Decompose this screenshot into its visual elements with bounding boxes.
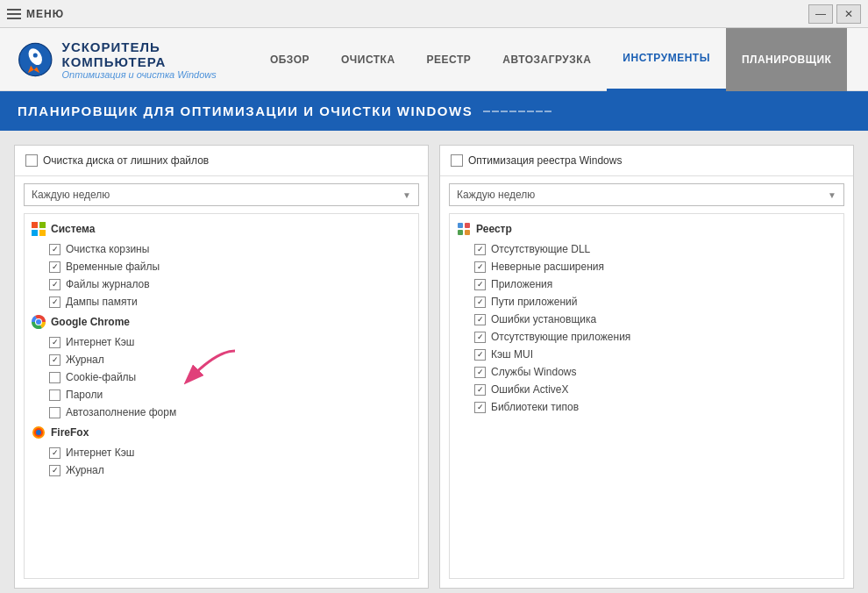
item-label: Библиотеки типов <box>491 401 579 413</box>
left-dropdown-value: Каждую неделю <box>32 189 110 201</box>
left-panel-dropdown[interactable]: Каждую неделю ▼ <box>24 183 419 206</box>
item-checkbox[interactable] <box>49 389 60 401</box>
item-label: Ошибки ActiveX <box>491 383 569 396</box>
svg-rect-15 <box>458 223 463 228</box>
system-group-header: Система <box>25 218 418 240</box>
list-item: Журнал <box>25 351 418 368</box>
nav-registry[interactable]: РЕЕСТР <box>411 28 487 91</box>
item-label: Дампы памяти <box>66 296 138 308</box>
nav-tools[interactable]: ИНСТРУМЕНТЫ <box>607 28 726 91</box>
title-bar-left: МЕНЮ <box>7 8 64 20</box>
item-checkbox[interactable] <box>49 244 60 255</box>
item-checkbox[interactable] <box>474 296 486 308</box>
item-label: Интернет Кэш <box>66 336 134 348</box>
item-checkbox[interactable] <box>474 367 486 378</box>
list-item: Пароли <box>25 386 418 404</box>
item-checkbox[interactable] <box>474 384 486 396</box>
registry-group-label: Реестр <box>476 223 512 235</box>
item-label: Отсутствующие приложения <box>491 331 630 343</box>
item-checkbox[interactable] <box>474 332 486 343</box>
svg-rect-5 <box>32 222 38 228</box>
nav-clean[interactable]: ОЧИСТКА <box>325 28 411 91</box>
chrome-group-header: Google Chrome <box>25 311 418 333</box>
svg-rect-17 <box>458 230 463 235</box>
nav-items: ОБЗОР ОЧИСТКА РЕЕСТР АВТОЗАГРУЗКА ИНСТРУ… <box>254 28 868 91</box>
list-item: Ошибки ActiveX <box>450 381 843 398</box>
firefox-group-label: FireFox <box>51 426 89 439</box>
item-checkbox[interactable] <box>49 372 60 383</box>
nav-scheduler[interactable]: ПЛАНИРОВЩИК <box>726 28 848 91</box>
item-checkbox[interactable] <box>474 349 486 361</box>
item-label: Автозаполнение форм <box>66 406 176 418</box>
windows-icon <box>32 222 46 236</box>
item-label: Приложения <box>491 278 552 290</box>
svg-rect-6 <box>39 222 46 228</box>
item-checkbox[interactable] <box>49 465 60 476</box>
list-item: Отсутствующие DLL <box>450 240 843 258</box>
item-label: Неверные расширения <box>491 261 604 273</box>
right-tree-list[interactable]: Реестр Отсутствующие DLL Неверные расшир… <box>449 213 844 579</box>
nav-autoload[interactable]: АВТОЗАГРУЗКА <box>487 28 607 91</box>
item-label: Интернет Кэш <box>66 447 134 459</box>
list-item: Приложения <box>450 275 843 293</box>
item-checkbox[interactable] <box>474 244 486 255</box>
item-checkbox[interactable] <box>49 337 60 348</box>
hamburger-icon[interactable] <box>7 9 21 19</box>
svg-point-14 <box>36 430 41 435</box>
list-item: Отсутствующие приложения <box>450 328 843 346</box>
item-checkbox[interactable] <box>474 314 486 325</box>
page-title: ПЛАНИРОВЩИК ДЛЯ ОПТИМИЗАЦИИ И ОЧИСТКИ WI… <box>18 104 473 118</box>
item-label: Пароли <box>66 389 103 401</box>
title-bar: МЕНЮ — ✕ <box>0 0 868 28</box>
left-panel-checkbox[interactable] <box>25 154 38 167</box>
item-checkbox[interactable] <box>49 279 60 290</box>
right-dropdown-value: Каждую неделю <box>457 189 535 201</box>
item-label: Кэш MUI <box>491 348 533 361</box>
item-checkbox[interactable] <box>474 261 486 273</box>
list-item: Очистка корзины <box>25 240 418 258</box>
list-item: Неверные расширения <box>450 258 843 275</box>
left-dropdown-arrow: ▼ <box>402 190 411 200</box>
item-checkbox[interactable] <box>474 402 486 413</box>
item-checkbox[interactable] <box>49 261 60 273</box>
item-label: Пути приложений <box>491 296 577 308</box>
item-checkbox[interactable] <box>49 354 60 366</box>
list-item: Интернет Кэш <box>25 333 418 351</box>
nav-overview[interactable]: ОБЗОР <box>254 28 325 91</box>
right-panel-dropdown[interactable]: Каждую неделю ▼ <box>449 183 844 206</box>
right-panel-checkbox[interactable] <box>451 154 463 167</box>
minimize-button[interactable]: — <box>808 4 833 24</box>
page-title-decoration <box>483 111 551 112</box>
item-checkbox[interactable] <box>49 447 60 459</box>
svg-rect-7 <box>32 230 38 236</box>
header: УСКОРИТЕЛЬ КОМПЬЮТЕРА Оптимизация и очис… <box>0 28 868 91</box>
right-panel-title: Оптимизация реестра Windows <box>468 154 622 167</box>
logo-subtitle: Оптимизация и очистка Windows <box>62 69 237 80</box>
item-checkbox[interactable] <box>474 279 486 290</box>
item-label: Временные файлы <box>66 261 160 273</box>
list-item: Пути приложений <box>450 293 843 311</box>
right-dropdown-arrow: ▼ <box>828 190 836 200</box>
list-item: Cookie-файлы <box>25 368 418 386</box>
chrome-group-label: Google Chrome <box>51 316 130 328</box>
system-group-label: Система <box>51 223 96 235</box>
list-item: Временные файлы <box>25 258 418 275</box>
registry-icon <box>457 222 471 236</box>
item-checkbox[interactable] <box>49 296 60 308</box>
title-bar-controls: — ✕ <box>808 4 861 24</box>
left-tree-list[interactable]: Система Очистка корзины Временные файлы … <box>24 213 419 579</box>
right-panel-header: Оптимизация реестра Windows <box>440 146 853 176</box>
menu-label: МЕНЮ <box>26 8 64 20</box>
list-item: Интернет Кэш <box>25 444 418 461</box>
firefox-icon <box>32 425 46 439</box>
firefox-group-header: FireFox <box>25 421 418 444</box>
svg-point-11 <box>36 319 41 325</box>
item-checkbox[interactable] <box>49 407 60 418</box>
list-item: Службы Windows <box>450 363 843 381</box>
list-item: Автозаполнение форм <box>25 404 418 421</box>
list-item: Кэш MUI <box>450 346 843 363</box>
close-button[interactable]: ✕ <box>836 4 861 24</box>
svg-rect-8 <box>39 230 46 236</box>
svg-point-4 <box>33 53 38 57</box>
svg-rect-16 <box>465 223 470 228</box>
